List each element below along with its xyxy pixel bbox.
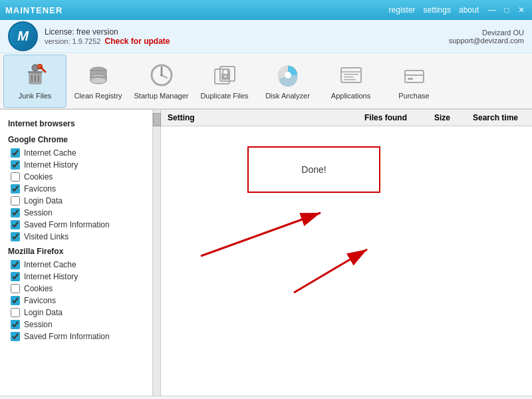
left-panel: Internet browsers Google Chrome Internet… bbox=[0, 110, 153, 396]
close-button[interactable]: ✕ bbox=[516, 5, 527, 15]
startup-manager-label: Startup Manager bbox=[134, 92, 189, 100]
chrome-favicons-checkbox[interactable] bbox=[11, 184, 20, 194]
svg-rect-26 bbox=[344, 76, 354, 78]
chrome-cookies-checkbox[interactable] bbox=[11, 172, 20, 182]
about-link[interactable]: about bbox=[459, 5, 479, 15]
toolbar-junk-files[interactable]: Junk Files bbox=[3, 55, 66, 108]
chrome-visited-links-label: Visited Links bbox=[24, 232, 68, 241]
chrome-saved-form-checkbox[interactable] bbox=[11, 220, 20, 229]
chrome-session-checkbox[interactable] bbox=[11, 208, 20, 217]
app-title: MAINTENER bbox=[5, 5, 63, 15]
chrome-favicons-label: Favicons bbox=[24, 184, 56, 194]
svg-line-33 bbox=[201, 213, 321, 256]
chrome-login-data-checkbox[interactable] bbox=[11, 196, 20, 205]
purchase-icon bbox=[401, 62, 428, 88]
chrome-session[interactable]: Session bbox=[0, 207, 152, 219]
svg-point-12 bbox=[90, 77, 106, 84]
toolbar-purchase[interactable]: Purchase bbox=[382, 55, 446, 108]
firefox-session-label: Session bbox=[24, 320, 53, 329]
svg-line-6 bbox=[40, 66, 45, 72]
junk-files-icon bbox=[22, 62, 49, 88]
junk-files-label: Junk Files bbox=[19, 92, 52, 100]
version-text: version: 1.9.7252 Check for update bbox=[45, 37, 170, 46]
purchase-label: Purchase bbox=[398, 92, 429, 100]
firefox-favicons-checkbox[interactable] bbox=[11, 296, 20, 305]
chrome-internet-history-label: Internet History bbox=[24, 160, 78, 170]
internet-browsers-header: Internet browsers bbox=[0, 115, 152, 131]
col-size-header: Size bbox=[419, 113, 466, 122]
license-bar: M License: free version version: 1.9.725… bbox=[0, 20, 532, 53]
applications-label: Applications bbox=[331, 92, 370, 100]
chrome-internet-history[interactable]: Internet History bbox=[0, 159, 152, 171]
firefox-internet-cache-checkbox[interactable] bbox=[11, 260, 20, 269]
toolbar-startup-manager[interactable]: Startup Manager bbox=[130, 55, 193, 108]
col-files-header: Files found bbox=[352, 113, 419, 122]
bottom-bar: SCAN Files found: 1004 Total size: 3.83 … bbox=[0, 396, 532, 399]
chrome-cookies[interactable]: Cookies bbox=[0, 171, 152, 183]
done-box: Done! bbox=[247, 146, 380, 193]
svg-rect-28 bbox=[405, 70, 424, 82]
firefox-internet-cache[interactable]: Internet Cache bbox=[0, 259, 152, 271]
chrome-favicons[interactable]: Favicons bbox=[0, 183, 152, 195]
toolbar-clean-registry[interactable]: Clean Registry bbox=[66, 55, 130, 108]
svg-rect-27 bbox=[344, 79, 356, 80]
chrome-cookies-label: Cookies bbox=[24, 172, 53, 182]
main-content: Internet browsers Google Chrome Internet… bbox=[0, 110, 532, 396]
license-right: Devizard OU support@devizard.com bbox=[449, 29, 524, 45]
firefox-login-data-label: Login Data bbox=[24, 308, 63, 317]
restore-button[interactable]: □ bbox=[501, 5, 512, 15]
chrome-saved-form[interactable]: Saved Form Information bbox=[0, 219, 152, 231]
svg-point-20 bbox=[224, 76, 226, 78]
check-update-link[interactable]: Check for update bbox=[105, 37, 170, 46]
clean-registry-icon bbox=[85, 62, 112, 88]
firefox-saved-form-label: Saved Form Information bbox=[24, 332, 110, 341]
svg-point-22 bbox=[285, 72, 291, 78]
duplicate-files-label: Duplicate Files bbox=[200, 92, 248, 100]
firefox-saved-form-checkbox[interactable] bbox=[11, 332, 20, 341]
table-header: Setting Files found Size Search time bbox=[161, 110, 532, 126]
table-body: Done! bbox=[161, 126, 532, 396]
right-panel: Setting Files found Size Search time Don… bbox=[161, 110, 532, 396]
firefox-login-data-checkbox[interactable] bbox=[11, 308, 20, 317]
firefox-cookies[interactable]: Cookies bbox=[0, 283, 152, 295]
scrollbar-thumb[interactable] bbox=[153, 113, 161, 126]
minimize-button[interactable]: — bbox=[487, 5, 497, 15]
chrome-internet-history-checkbox[interactable] bbox=[11, 160, 20, 170]
chrome-visited-links[interactable]: Visited Links bbox=[0, 231, 152, 243]
firefox-session-checkbox[interactable] bbox=[11, 320, 20, 329]
duplicate-files-icon bbox=[211, 62, 238, 88]
chrome-visited-links-checkbox[interactable] bbox=[11, 232, 20, 241]
firefox-saved-form[interactable]: Saved Form Information bbox=[0, 331, 152, 342]
titlebar-right: register settings about — □ ✕ bbox=[389, 5, 527, 15]
applications-icon bbox=[338, 62, 364, 88]
toolbar-disk-analyzer[interactable]: Disk Analyzer bbox=[256, 55, 319, 108]
firefox-session[interactable]: Session bbox=[0, 319, 152, 331]
toolbar-applications[interactable]: Applications bbox=[319, 55, 382, 108]
chrome-login-data[interactable]: Login Data bbox=[0, 195, 152, 207]
license-text: License: free version bbox=[45, 27, 170, 37]
firefox-internet-history[interactable]: Internet History bbox=[0, 271, 152, 283]
settings-link[interactable]: settings bbox=[424, 5, 451, 15]
chrome-saved-form-label: Saved Form Information bbox=[24, 220, 110, 229]
firefox-favicons-label: Favicons bbox=[24, 296, 56, 305]
chrome-internet-cache-label: Internet Cache bbox=[24, 148, 76, 158]
col-searchtime-header: Search time bbox=[466, 113, 525, 122]
svg-line-16 bbox=[162, 75, 167, 78]
app-logo: M bbox=[8, 21, 38, 51]
firefox-internet-cache-label: Internet Cache bbox=[24, 260, 76, 269]
toolbar: Junk Files Clean Registry Startup Manage… bbox=[0, 53, 532, 110]
toolbar-duplicate-files[interactable]: Duplicate Files bbox=[193, 55, 256, 108]
disk-analyzer-icon bbox=[275, 62, 301, 88]
chrome-internet-cache-checkbox[interactable] bbox=[11, 148, 20, 158]
support-email: support@devizard.com bbox=[449, 37, 524, 45]
firefox-internet-history-checkbox[interactable] bbox=[11, 272, 20, 281]
scrollbar[interactable] bbox=[153, 110, 161, 396]
firefox-internet-history-label: Internet History bbox=[24, 272, 78, 281]
firefox-login-data[interactable]: Login Data bbox=[0, 307, 152, 319]
window-controls: — □ ✕ bbox=[487, 5, 527, 15]
firefox-cookies-checkbox[interactable] bbox=[11, 284, 20, 293]
chrome-internet-cache[interactable]: Internet Cache bbox=[0, 147, 152, 159]
chrome-header: Google Chrome bbox=[0, 131, 152, 147]
register-link[interactable]: register bbox=[389, 5, 416, 15]
firefox-favicons[interactable]: Favicons bbox=[0, 295, 152, 307]
